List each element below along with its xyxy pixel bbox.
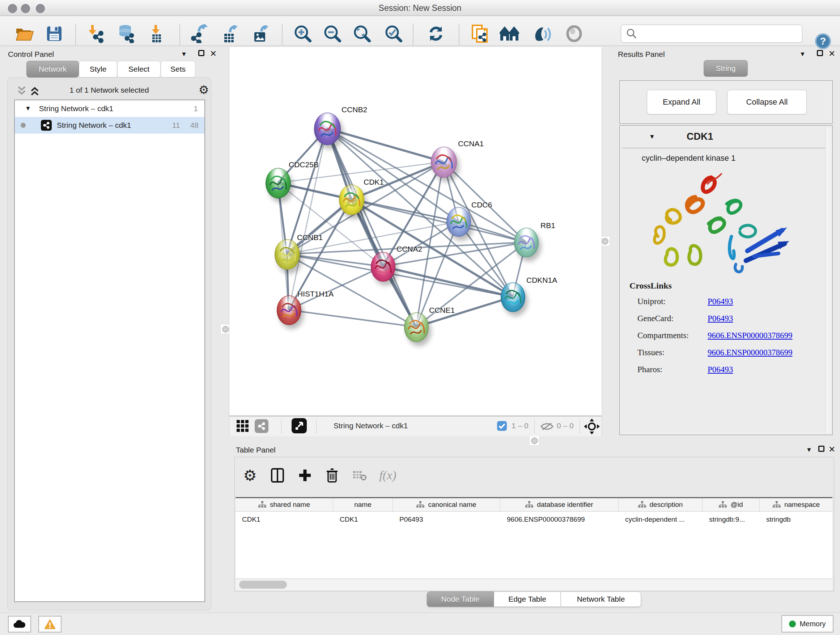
tab-string[interactable]: String <box>704 60 748 77</box>
expand-all-button[interactable]: Expand All <box>647 90 716 114</box>
open-folder-icon <box>15 26 34 42</box>
network-node-RB1[interactable] <box>514 228 538 257</box>
results-panel: Results Panel ▼ ✕ String Expand All Coll… <box>615 47 836 436</box>
network-node-CCNB2[interactable] <box>314 112 341 145</box>
tab-node-table[interactable]: Node Table <box>427 592 494 607</box>
memory-button[interactable]: Memory <box>782 615 834 632</box>
network-node-CCNA2[interactable] <box>371 252 395 282</box>
birdseye-view-icon[interactable] <box>292 418 307 433</box>
tab-network-table[interactable]: Network Table <box>561 592 641 607</box>
column-header-label: canonical name <box>428 501 476 509</box>
gene-section-header[interactable]: ▼ CDK1 <box>622 127 826 149</box>
network-share-icon[interactable] <box>255 419 268 433</box>
refresh-button[interactable] <box>424 22 447 45</box>
table-horizontal-scrollbar[interactable] <box>235 579 832 590</box>
column-header-name[interactable]: name <box>333 498 393 511</box>
crosslink-uniprot-link[interactable]: P06493 <box>707 297 733 306</box>
network-node-CDC25B[interactable] <box>265 168 291 198</box>
network-options-gear-icon[interactable]: ⚙ <box>199 83 209 97</box>
network-node-CDK1[interactable] <box>339 185 364 215</box>
warnings-button[interactable] <box>38 616 62 632</box>
tab-sets[interactable]: Sets <box>161 61 195 78</box>
cloud-button[interactable] <box>8 616 31 632</box>
enhanced-graphics-button[interactable] <box>531 22 554 45</box>
main-toolbar: ? <box>0 16 840 46</box>
save-session-button[interactable] <box>43 22 66 45</box>
table-cell[interactable]: CDK1 <box>333 511 393 527</box>
tree-expander-icon[interactable]: ▼ <box>25 105 31 112</box>
column-header-canonicalname[interactable]: canonical name <box>393 498 500 511</box>
protein-ribbon-icon <box>314 113 340 145</box>
import-network-file-button[interactable] <box>84 22 107 45</box>
zoom-out-button[interactable] <box>321 22 344 45</box>
crosslink-compartments-link[interactable]: 9606.ENSP00000378699 <box>707 331 793 340</box>
export-network-button[interactable] <box>188 22 212 45</box>
network-view[interactable]: CCNB2CCNA1CDC25BCDK1CDC6RB1CCNB1CCNA2CDK… <box>229 47 602 416</box>
zoom-fit-button[interactable] <box>351 22 374 45</box>
fit-content-crosshair-icon[interactable] <box>584 418 600 434</box>
duplicate-network-button[interactable] <box>468 22 491 45</box>
table-panel-float-icon[interactable] <box>818 446 824 454</box>
search-input[interactable] <box>640 27 802 41</box>
tab-edge-table[interactable]: Edge Table <box>494 592 561 607</box>
table-panel-close-icon[interactable]: ✕ <box>829 445 835 454</box>
gray-eye-button[interactable] <box>562 22 586 45</box>
grid-view-icon[interactable] <box>236 419 249 433</box>
show-columns-icon[interactable] <box>267 465 287 486</box>
table-row[interactable]: CDK1CDK1P064939606.ENSP00000378699cyclin… <box>235 511 832 527</box>
results-panel-close-icon[interactable]: ✕ <box>829 49 835 59</box>
table-cell[interactable]: cyclin-dependent ... <box>619 511 703 527</box>
add-column-icon[interactable] <box>295 465 315 486</box>
tab-network[interactable]: Network <box>27 61 79 78</box>
crosslink-tissues-link[interactable]: 9606.ENSP00000378699 <box>707 348 793 357</box>
zoom-in-button[interactable] <box>291 22 314 45</box>
table-browser: ⚙ <box>234 457 834 592</box>
show-home-button[interactable] <box>498 22 521 45</box>
scrollbar-thumb[interactable] <box>239 581 287 589</box>
table-cell[interactable]: 9606.ENSP00000378699 <box>500 511 619 527</box>
network-node-CCNA1[interactable] <box>431 147 457 178</box>
export-image-button[interactable] <box>249 22 273 45</box>
network-node-CDKN1A[interactable] <box>501 282 525 312</box>
protein-ribbon-icon <box>277 296 301 325</box>
table-panel-menu-icon[interactable]: ▼ <box>806 447 812 454</box>
column-header-description[interactable]: description <box>619 498 703 511</box>
table-cell[interactable]: stringdb:9... <box>703 511 760 527</box>
section-expander-icon[interactable]: ▼ <box>649 133 655 141</box>
column-hierarchy-icon <box>258 501 266 508</box>
protein-ribbon-icon <box>339 185 364 215</box>
results-panel-menu-icon[interactable]: ▼ <box>799 51 806 58</box>
zoom-selected-button[interactable] <box>382 22 405 45</box>
collapse-all-button[interactable]: Collapse All <box>727 90 807 114</box>
import-table-file-button[interactable] <box>145 22 168 45</box>
control-panel-close-icon[interactable]: ✕ <box>210 49 217 59</box>
tab-style[interactable]: Style <box>79 61 117 78</box>
tab-select[interactable]: Select <box>117 61 161 78</box>
control-panel-float-icon[interactable] <box>198 50 204 58</box>
delete-column-trash-icon[interactable] <box>322 465 342 486</box>
network-node-HIST1H1A[interactable] <box>277 295 302 325</box>
table-cell[interactable]: CDK1 <box>235 511 333 527</box>
network-tree-root-row[interactable]: ▼ String Network – cdk1 1 <box>15 100 204 117</box>
column-header-databaseidentifier[interactable]: database identifier <box>500 498 619 511</box>
open-session-button[interactable] <box>13 22 36 45</box>
control-panel-menu-icon[interactable]: ▼ <box>181 51 187 58</box>
selected-checkbox-icon[interactable] <box>497 421 507 431</box>
column-header-id[interactable]: @id <box>703 498 760 511</box>
crosslink-genecard-link[interactable]: P06493 <box>707 314 733 323</box>
table-cell[interactable]: stringdb <box>760 511 832 527</box>
results-panel-float-icon[interactable] <box>817 50 823 58</box>
import-network-database-button[interactable] <box>114 22 137 45</box>
network-tree-child-row[interactable]: String Network – cdk1 11 48 <box>15 117 204 134</box>
table-settings-gear-icon[interactable]: ⚙ <box>240 465 260 486</box>
network-node-CCNE1[interactable] <box>404 312 429 342</box>
column-header-namespace[interactable]: namespace <box>760 498 832 511</box>
table-cell[interactable]: P06493 <box>393 511 500 527</box>
network-node-CDC6[interactable] <box>447 207 471 237</box>
network-canvas[interactable]: CCNB2CCNA1CDC25BCDK1CDC6RB1CCNB1CCNA2CDK… <box>229 47 602 436</box>
results-scrollbar[interactable] <box>825 127 831 433</box>
column-header-sharedname[interactable]: shared name <box>235 498 333 511</box>
crosslink-pharos-link[interactable]: P06493 <box>707 365 733 374</box>
network-node-CCNB1[interactable] <box>275 239 300 270</box>
export-table-button[interactable] <box>219 22 242 45</box>
